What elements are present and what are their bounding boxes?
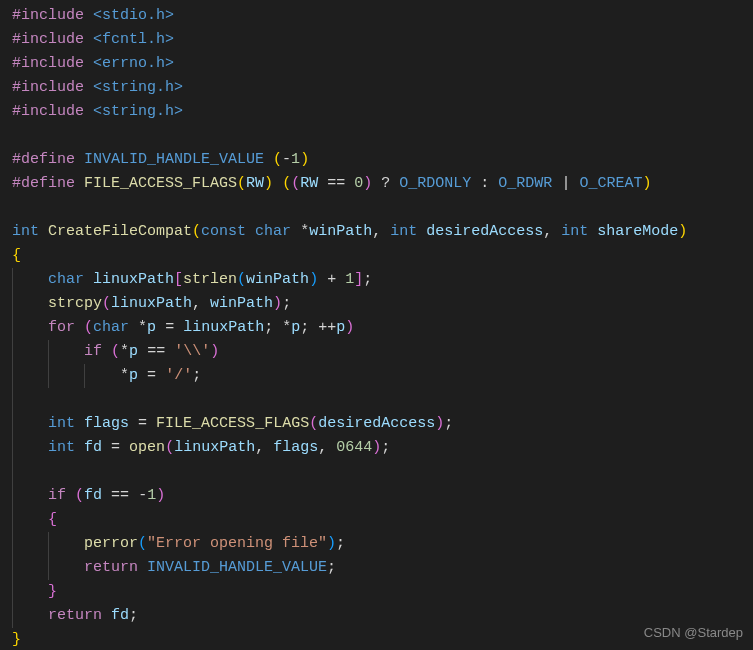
define-line: #define INVALID_HANDLE_VALUE (-1) <box>12 148 753 172</box>
code-statement: *p = '/'; <box>12 364 753 388</box>
open-brace: { <box>12 508 753 532</box>
code-statement: char linuxPath[strlen(winPath) + 1]; <box>12 268 753 292</box>
include-line: #include <stdio.h> <box>12 4 753 28</box>
close-brace: } <box>12 628 753 650</box>
code-statement: int fd = open(linuxPath, flags, 0644); <box>12 436 753 460</box>
define-line: #define FILE_ACCESS_FLAGS(RW) ((RW == 0)… <box>12 172 753 196</box>
code-statement: perror("Error opening file"); <box>12 532 753 556</box>
open-brace: { <box>12 244 753 268</box>
code-statement: int flags = FILE_ACCESS_FLAGS(desiredAcc… <box>12 412 753 436</box>
if-statement: if (*p == '\\') <box>12 340 753 364</box>
code-editor[interactable]: #include <stdio.h> #include <fcntl.h> #i… <box>12 4 753 650</box>
if-statement: if (fd == -1) <box>12 484 753 508</box>
blank-line <box>12 460 753 484</box>
include-line: #include <fcntl.h> <box>12 28 753 52</box>
code-statement: strcpy(linuxPath, winPath); <box>12 292 753 316</box>
return-statement: return INVALID_HANDLE_VALUE; <box>12 556 753 580</box>
include-line: #include <errno.h> <box>12 52 753 76</box>
for-statement: for (char *p = linuxPath; *p; ++p) <box>12 316 753 340</box>
blank-line <box>12 388 753 412</box>
include-line: #include <string.h> <box>12 100 753 124</box>
blank-line <box>12 196 753 220</box>
func-signature: int CreateFileCompat(const char *winPath… <box>12 220 753 244</box>
include-line: #include <string.h> <box>12 76 753 100</box>
return-statement: return fd; <box>12 604 753 628</box>
close-brace: } <box>12 580 753 604</box>
blank-line <box>12 124 753 148</box>
watermark-text: CSDN @Stardep <box>644 623 743 644</box>
